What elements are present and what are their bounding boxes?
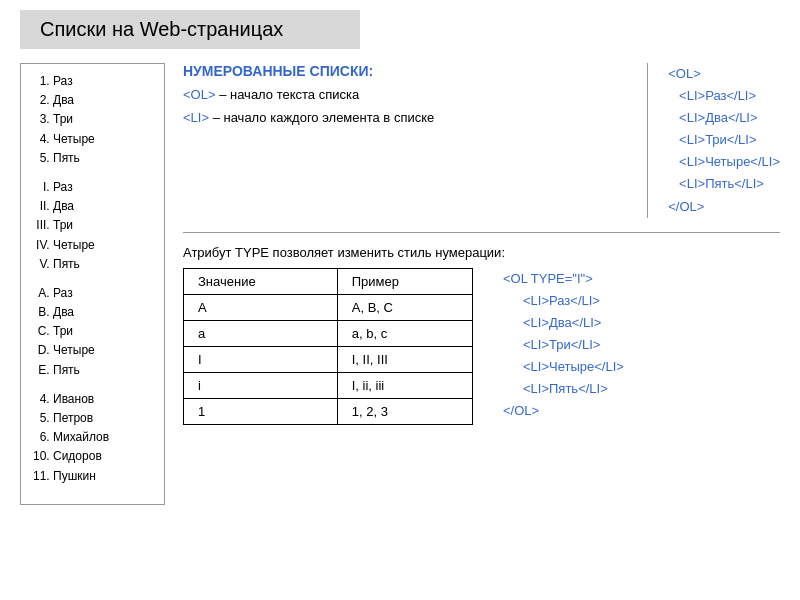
code-line: <LI>Раз</LI>: [668, 85, 780, 107]
table-cell: 1: [184, 398, 338, 424]
ol-desc: – начало текста списка: [216, 87, 360, 102]
list-item: Пять: [53, 149, 154, 168]
table-header-row: Значение Пример: [184, 268, 473, 294]
table-cell: a: [184, 320, 338, 346]
table-cell: a, b, c: [337, 320, 472, 346]
li-desc-block: <LI> – начало каждого элемента в списке: [183, 110, 637, 125]
list-item: Михайлов: [53, 428, 154, 447]
page: Списки на Web-страницах Раз Два Три Четы…: [0, 0, 800, 600]
alpha-list-group: Раз Два Три Четыре Пять: [31, 284, 154, 380]
table-cell: I: [184, 346, 338, 372]
list-item: Три: [53, 322, 154, 341]
roman-list: Раз Два Три Четыре Пять: [31, 178, 154, 274]
code-example: <OL> <LI>Раз</LI> <LI>Два</LI> <LI>Три</…: [648, 63, 780, 218]
table-cell: A, B, C: [337, 294, 472, 320]
code-line: </OL>: [668, 196, 780, 218]
list-item: Два: [53, 91, 154, 110]
list-item: Сидоров: [53, 447, 154, 466]
list-item: Раз: [53, 178, 154, 197]
list-item: Раз: [53, 284, 154, 303]
top-section: НУМЕРОВАННЫЕ СПИСКИ: <OL> – начало текст…: [183, 63, 780, 233]
code-line: <LI>Пять</LI>: [668, 173, 780, 195]
right-panel: НУМЕРОВАННЫЕ СПИСКИ: <OL> – начало текст…: [183, 63, 780, 505]
li-desc: – начало каждого элемента в списке: [209, 110, 434, 125]
table-row: 1 1, 2, 3: [184, 398, 473, 424]
ol-desc-block: <OL> – начало текста списка: [183, 87, 637, 102]
list-item: Иванов: [53, 390, 154, 409]
ol-type-code: <OL TYPE="I"> <LI>Раз</LI> <LI>Два</LI> …: [493, 268, 624, 423]
list-item: Петров: [53, 409, 154, 428]
code-line: <LI>Два</LI>: [503, 312, 624, 334]
roman-list-group: Раз Два Три Четыре Пять: [31, 178, 154, 274]
list-item: Раз: [53, 72, 154, 91]
title-box: Списки на Web-страницах: [20, 10, 360, 49]
table-cell: I, II, III: [337, 346, 472, 372]
left-lists-panel: Раз Два Три Четыре Пять Раз Два Три Четы…: [20, 63, 165, 505]
code-line: <LI>Три</LI>: [503, 334, 624, 356]
list-item: Пять: [53, 361, 154, 380]
bottom-section: Атрибут TYPE позволяет изменить стиль ну…: [183, 245, 780, 425]
numbered-title: НУМЕРОВАННЫЕ СПИСКИ:: [183, 63, 637, 79]
type-table: Значение Пример A A, B, C a a, b,: [183, 268, 473, 425]
table-row: i I, ii, iii: [184, 372, 473, 398]
list-item: Четыре: [53, 236, 154, 255]
col-header-value: Значение: [184, 268, 338, 294]
decimal-list: Раз Два Три Четыре Пять: [31, 72, 154, 168]
list-item: Два: [53, 197, 154, 216]
bottom-content: Значение Пример A A, B, C a a, b,: [183, 268, 780, 425]
code-line: <LI>Четыре</LI>: [668, 151, 780, 173]
code-line: <LI>Два</LI>: [668, 107, 780, 129]
list-item: Три: [53, 110, 154, 129]
table-row: a a, b, c: [184, 320, 473, 346]
code-line: <LI>Три</LI>: [668, 129, 780, 151]
custom-list: Иванов Петров Михайлов Сидоров Пушкин: [31, 390, 154, 486]
table-row: I I, II, III: [184, 346, 473, 372]
list-item: Два: [53, 303, 154, 322]
list-item: Пять: [53, 255, 154, 274]
col-header-example: Пример: [337, 268, 472, 294]
numbered-info: НУМЕРОВАННЫЕ СПИСКИ: <OL> – начало текст…: [183, 63, 648, 218]
list-item: Пушкин: [53, 467, 154, 486]
list-item: Четыре: [53, 341, 154, 360]
table-cell: i: [184, 372, 338, 398]
table-row: A A, B, C: [184, 294, 473, 320]
custom-list-group: Иванов Петров Михайлов Сидоров Пушкин: [31, 390, 154, 486]
table-cell: 1, 2, 3: [337, 398, 472, 424]
page-title: Списки на Web-страницах: [40, 18, 340, 41]
table-cell: A: [184, 294, 338, 320]
list-item: Три: [53, 216, 154, 235]
code-line: <LI>Раз</LI>: [503, 290, 624, 312]
code-line: <LI>Четыре</LI>: [503, 356, 624, 378]
decimal-list-group: Раз Два Три Четыре Пять: [31, 72, 154, 168]
type-heading: Атрибут TYPE позволяет изменить стиль ну…: [183, 245, 780, 260]
table-cell: I, ii, iii: [337, 372, 472, 398]
code-line: </OL>: [503, 400, 624, 422]
list-item: Четыре: [53, 130, 154, 149]
code-line: <OL TYPE="I">: [503, 268, 624, 290]
code-line: <OL>: [668, 63, 780, 85]
code-line: <LI>Пять</LI>: [503, 378, 624, 400]
ol-tag: <OL>: [183, 87, 216, 102]
alpha-list: Раз Два Три Четыре Пять: [31, 284, 154, 380]
main-content: Раз Два Три Четыре Пять Раз Два Три Четы…: [20, 63, 780, 505]
li-tag: <LI>: [183, 110, 209, 125]
